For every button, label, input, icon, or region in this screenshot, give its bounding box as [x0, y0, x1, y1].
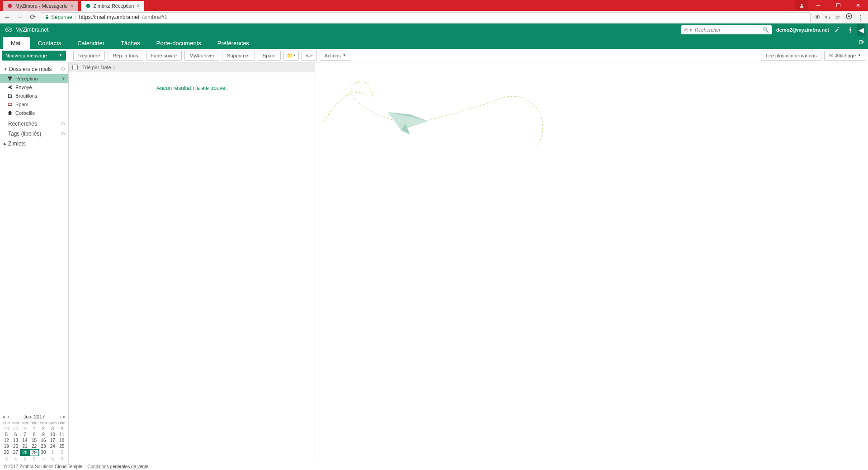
- cal-day[interactable]: 12: [2, 437, 11, 443]
- collapse-panel-icon[interactable]: ◀: [857, 24, 865, 36]
- tab-tasks[interactable]: Tâches: [113, 37, 148, 49]
- refresh-icon[interactable]: ⟳: [859, 38, 864, 47]
- menu-icon[interactable]: ⋮: [857, 14, 863, 21]
- cal-day[interactable]: 8: [48, 456, 57, 462]
- spam-button[interactable]: Spam: [258, 51, 281, 61]
- cal-day[interactable]: 14: [20, 437, 29, 443]
- search-input[interactable]: [695, 27, 760, 33]
- cal-day[interactable]: 22: [29, 443, 38, 449]
- cal-day[interactable]: 4: [57, 426, 66, 432]
- cal-day[interactable]: 4: [11, 456, 20, 462]
- cal-day[interactable]: 29: [29, 449, 38, 456]
- dropper-icon[interactable]: [834, 26, 841, 33]
- close-button[interactable]: ✕: [848, 0, 868, 11]
- cal-day[interactable]: 6: [11, 432, 20, 437]
- cal-day[interactable]: 15: [29, 437, 38, 443]
- search-box[interactable]: ✉ ▾ 🔍: [681, 25, 772, 34]
- cal-day[interactable]: 3: [48, 426, 57, 432]
- view-button[interactable]: ✉ Affichage ▼: [824, 51, 866, 61]
- folders-header[interactable]: ▼ Dossiers de mails ⚙: [0, 64, 68, 74]
- gear-icon[interactable]: ⚙: [61, 131, 66, 137]
- tab-mail[interactable]: Mail: [3, 37, 30, 49]
- gear-icon[interactable]: ⚙: [61, 121, 66, 127]
- minimize-button[interactable]: ─: [808, 0, 828, 11]
- cal-day[interactable]: 26: [2, 449, 11, 456]
- folder-spam[interactable]: Spam: [0, 100, 68, 108]
- gear-icon[interactable]: ⚙: [61, 66, 66, 72]
- new-message-button[interactable]: Nouveau message▼: [2, 51, 66, 61]
- folder-sent[interactable]: Envoyé: [0, 83, 68, 91]
- extension-icon[interactable]: [845, 13, 853, 21]
- star-icon[interactable]: ☆: [835, 14, 841, 21]
- chevron-down-icon[interactable]: ▼: [61, 76, 66, 81]
- key-icon[interactable]: 🗝: [825, 14, 830, 20]
- cal-day[interactable]: 27: [11, 449, 20, 456]
- tab-contacts[interactable]: Contacts: [30, 37, 69, 49]
- cal-day[interactable]: 29: [2, 426, 11, 432]
- reply-all-button[interactable]: Rép. à tous: [108, 51, 143, 61]
- forward-button[interactable]: Faire suivre: [146, 51, 182, 61]
- cal-day[interactable]: 30: [11, 426, 20, 432]
- app-logo[interactable]: MyZimbra.net: [3, 26, 48, 34]
- cal-day[interactable]: 18: [57, 437, 66, 443]
- searches-header[interactable]: Recherches ⚙: [0, 119, 68, 129]
- archive-button[interactable]: MyArchiver: [184, 51, 219, 61]
- sort-label[interactable]: Trié par Date ▽: [82, 65, 115, 70]
- cal-day[interactable]: 10: [48, 432, 57, 437]
- cal-day[interactable]: 8: [29, 432, 38, 437]
- cal-day[interactable]: 5: [2, 432, 11, 437]
- cal-day[interactable]: 1: [48, 449, 57, 456]
- tab-briefcase[interactable]: Porte-documents: [148, 37, 209, 49]
- actions-button[interactable]: Actions ▼: [320, 51, 351, 61]
- folder-inbox[interactable]: Réception ▼: [0, 74, 68, 83]
- url-input[interactable]: Sécurisé | https://mail.myzimbra.net/zim…: [41, 12, 811, 22]
- tags-header[interactable]: Tags (libellés) ⚙: [0, 129, 68, 139]
- cal-day[interactable]: 6: [29, 456, 38, 462]
- cal-day[interactable]: 24: [48, 443, 57, 449]
- cal-day[interactable]: 7: [20, 432, 29, 437]
- browser-tab-inactive[interactable]: MyZimbra - Messagerie ×: [3, 1, 78, 11]
- cal-day[interactable]: 11: [57, 432, 66, 437]
- back-button[interactable]: ←: [3, 13, 12, 22]
- cal-day[interactable]: 2: [39, 426, 48, 432]
- cal-day[interactable]: 25: [57, 443, 66, 449]
- cal-day[interactable]: 9: [39, 432, 48, 437]
- eye-icon[interactable]: 👁: [814, 14, 821, 21]
- cal-day[interactable]: 21: [20, 443, 29, 449]
- delete-button[interactable]: Supprimer: [222, 51, 255, 61]
- read-more-button[interactable]: Lire plus d'informations: [761, 51, 822, 61]
- cal-month-label[interactable]: Juin 2017: [24, 414, 45, 419]
- user-email[interactable]: demo2@myzimbra.net: [776, 27, 829, 33]
- tab-preferences[interactable]: Préférences: [209, 37, 257, 49]
- reply-button[interactable]: Répondre: [73, 51, 105, 61]
- cal-day[interactable]: 17: [48, 437, 57, 443]
- cal-day[interactable]: 5: [20, 456, 29, 462]
- maximize-button[interactable]: ☐: [828, 0, 848, 11]
- user-icon[interactable]: [795, 0, 808, 10]
- cal-day[interactable]: 23: [39, 443, 48, 449]
- cal-day[interactable]: 7: [39, 456, 48, 462]
- move-folder-button[interactable]: 📁▾: [283, 51, 299, 61]
- cal-next-year-icon[interactable]: »: [63, 414, 66, 419]
- cal-day[interactable]: 16: [39, 437, 48, 443]
- cal-day[interactable]: 1: [29, 426, 38, 432]
- cal-prev-month-icon[interactable]: ‹: [7, 414, 9, 419]
- cal-day[interactable]: 20: [11, 443, 20, 449]
- cal-day[interactable]: 3: [2, 456, 11, 462]
- terms-link[interactable]: Conditions générales de vente: [87, 464, 148, 469]
- tag-button[interactable]: 🏷▾: [302, 51, 317, 61]
- search-icon[interactable]: 🔍: [763, 27, 769, 33]
- folder-drafts[interactable]: Brouillons: [0, 91, 68, 100]
- browser-tab-active[interactable]: Zimbra: Réception ×: [81, 1, 145, 11]
- cal-day[interactable]: 28: [20, 449, 29, 456]
- cal-day[interactable]: 31: [20, 426, 29, 432]
- cal-day[interactable]: 13: [11, 437, 20, 443]
- cal-day[interactable]: 9: [57, 456, 66, 462]
- zimlets-header[interactable]: ▶ Zimlets: [0, 139, 68, 149]
- folder-trash[interactable]: Corbeille: [0, 108, 68, 117]
- reload-button[interactable]: ⟳: [28, 13, 37, 22]
- forward-button[interactable]: →: [15, 13, 24, 22]
- close-icon[interactable]: ×: [137, 3, 140, 9]
- cal-day[interactable]: 19: [2, 443, 11, 449]
- tab-calendar[interactable]: Calendrier: [69, 37, 113, 49]
